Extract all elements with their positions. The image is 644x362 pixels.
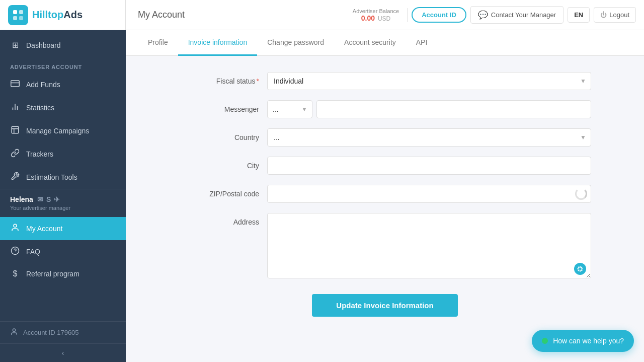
wallet-icon bbox=[10, 79, 20, 90]
skype-icon[interactable]: S bbox=[46, 195, 51, 203]
chevron-left-icon: ‹ bbox=[62, 349, 64, 357]
invoice-form: Fiscal status* Individual Company Sole P… bbox=[158, 56, 611, 345]
messenger-row: Messenger ... Skype Telegram WhatsApp ▼ bbox=[179, 100, 591, 118]
loading-spinner bbox=[575, 188, 587, 200]
sidebar-item-add-funds[interactable]: Add Funds bbox=[0, 73, 126, 96]
logo-icon bbox=[8, 5, 28, 25]
sidebar-section-label: ADVERTISER ACCOUNT bbox=[0, 56, 126, 73]
sidebar-item-trackers[interactable]: Trackers bbox=[0, 142, 126, 166]
city-control bbox=[267, 157, 591, 175]
sidebar-nav: ⊞ Dashboard ADVERTISER ACCOUNT Add Funds… bbox=[0, 30, 126, 321]
logout-label: Logout bbox=[609, 11, 629, 19]
sidebar-item-label: Manage Campaigns bbox=[26, 127, 89, 135]
balance-currency: USD bbox=[378, 15, 390, 22]
faq-icon bbox=[10, 246, 20, 257]
address-row: Address bbox=[179, 213, 591, 280]
language-button[interactable]: EN bbox=[568, 7, 590, 23]
sidebar-item-manage-campaigns[interactable]: Manage Campaigns bbox=[0, 119, 126, 142]
sidebar-item-statistics[interactable]: Statistics bbox=[0, 96, 126, 119]
sidebar-item-label: Statistics bbox=[26, 104, 54, 112]
account-icon-small bbox=[10, 328, 18, 337]
messenger-value-input[interactable] bbox=[316, 100, 591, 118]
sidebar-item-referral[interactable]: $ Referral program bbox=[0, 263, 126, 284]
svg-rect-2 bbox=[13, 16, 17, 20]
logout-button[interactable]: ⏻ Logout bbox=[594, 7, 636, 23]
zip-input[interactable] bbox=[267, 185, 591, 203]
zip-control bbox=[267, 185, 591, 203]
messenger-select-wrap: ... Skype Telegram WhatsApp ▼ bbox=[267, 100, 312, 118]
messenger-input-row: ... Skype Telegram WhatsApp ▼ bbox=[267, 100, 591, 118]
chat-widget[interactable]: How can we help you? bbox=[532, 330, 634, 352]
tab-change-password[interactable]: Change password bbox=[257, 30, 334, 56]
account-id-bottom: Account ID 179605 bbox=[0, 321, 126, 343]
header: HilltopAds My Account Advertiser Balance… bbox=[0, 0, 644, 30]
svg-rect-4 bbox=[11, 81, 20, 87]
contact-manager-button[interactable]: 💬 Contact Your Manager bbox=[470, 6, 564, 24]
manager-section: Helena ✉ S ✈ Your advertiser manager bbox=[0, 189, 126, 217]
address-spinner bbox=[574, 263, 586, 275]
sidebar-item-label: Dashboard bbox=[26, 41, 61, 49]
fiscal-status-select[interactable]: Individual Company Sole Proprietor bbox=[267, 72, 591, 90]
account-id-button[interactable]: Account ID bbox=[412, 7, 466, 23]
tab-invoice-information[interactable]: Invoice information bbox=[178, 30, 258, 56]
logo-area: HilltopAds bbox=[0, 0, 126, 30]
statistics-icon bbox=[10, 102, 20, 113]
manager-name: Helena ✉ S ✈ bbox=[10, 195, 116, 203]
chat-widget-text: How can we help you? bbox=[553, 337, 624, 345]
sidebar-item-label: Estimation Tools bbox=[26, 173, 77, 181]
svg-rect-1 bbox=[19, 10, 23, 14]
zip-input-wrap bbox=[267, 185, 591, 203]
contact-manager-label: Contact Your Manager bbox=[491, 11, 556, 19]
balance-label: Advertiser Balance bbox=[353, 8, 399, 14]
address-textarea-wrap bbox=[267, 213, 591, 280]
tabs-bar: Profile Invoice information Change passw… bbox=[126, 30, 644, 56]
address-control bbox=[267, 213, 591, 280]
sidebar-item-estimation-tools[interactable]: Estimation Tools bbox=[0, 166, 126, 189]
advertiser-balance: Advertiser Balance 0.00 USD bbox=[345, 8, 408, 22]
svg-rect-8 bbox=[12, 126, 19, 133]
tab-api[interactable]: API bbox=[406, 30, 438, 56]
tab-account-security[interactable]: Account security bbox=[334, 30, 406, 56]
page-title: My Account bbox=[138, 10, 185, 20]
account-id-text: Account ID 179605 bbox=[23, 329, 79, 336]
sidebar-item-faq[interactable]: FAQ bbox=[0, 240, 126, 263]
svg-rect-3 bbox=[19, 16, 23, 20]
sidebar-collapse-button[interactable]: ‹ bbox=[0, 343, 126, 362]
campaigns-icon bbox=[10, 125, 20, 136]
tab-profile[interactable]: Profile bbox=[138, 30, 178, 56]
account-icon bbox=[10, 223, 20, 234]
country-select[interactable]: ... United States United Kingdom Germany… bbox=[267, 128, 591, 147]
address-textarea[interactable] bbox=[267, 213, 591, 278]
header-right: Advertiser Balance 0.00 USD Account ID 💬… bbox=[345, 6, 644, 24]
messenger-control: ... Skype Telegram WhatsApp ▼ bbox=[267, 100, 591, 118]
country-select-wrap: ... United States United Kingdom Germany… bbox=[267, 128, 591, 147]
fiscal-status-row: Fiscal status* Individual Company Sole P… bbox=[179, 72, 591, 90]
sidebar: ⊞ Dashboard ADVERTISER ACCOUNT Add Funds… bbox=[0, 30, 126, 362]
online-indicator bbox=[542, 338, 548, 344]
telegram-icon[interactable]: ✈ bbox=[54, 195, 60, 203]
referral-icon: $ bbox=[10, 269, 20, 278]
city-input[interactable] bbox=[267, 157, 591, 175]
city-label: City bbox=[179, 157, 259, 170]
trackers-icon bbox=[10, 149, 20, 160]
logo-text: HilltopAds bbox=[32, 9, 83, 21]
messenger-type-select[interactable]: ... Skype Telegram WhatsApp bbox=[267, 100, 312, 118]
header-center: My Account bbox=[126, 10, 345, 20]
manager-subtitle: Your advertiser manager bbox=[10, 205, 116, 211]
balance-amount: 0.00 bbox=[361, 14, 375, 22]
svg-point-12 bbox=[13, 329, 15, 331]
sidebar-item-dashboard[interactable]: ⊞ Dashboard bbox=[0, 34, 126, 56]
chat-icon: 💬 bbox=[478, 10, 488, 20]
svg-rect-0 bbox=[13, 10, 17, 14]
sidebar-item-label: Referral program bbox=[26, 270, 79, 278]
email-icon[interactable]: ✉ bbox=[37, 195, 43, 203]
sidebar-item-label: FAQ bbox=[26, 248, 40, 256]
dashboard-icon: ⊞ bbox=[10, 40, 20, 50]
address-label: Address bbox=[179, 213, 259, 226]
fiscal-status-control: Individual Company Sole Proprietor ▼ bbox=[267, 72, 591, 90]
country-control: ... United States United Kingdom Germany… bbox=[267, 128, 591, 147]
fiscal-status-label: Fiscal status* bbox=[179, 72, 259, 85]
main-layout: ⊞ Dashboard ADVERTISER ACCOUNT Add Funds… bbox=[0, 30, 644, 362]
update-invoice-button[interactable]: Update Invoice Information bbox=[312, 294, 457, 317]
sidebar-item-my-account[interactable]: My Account bbox=[0, 217, 126, 240]
